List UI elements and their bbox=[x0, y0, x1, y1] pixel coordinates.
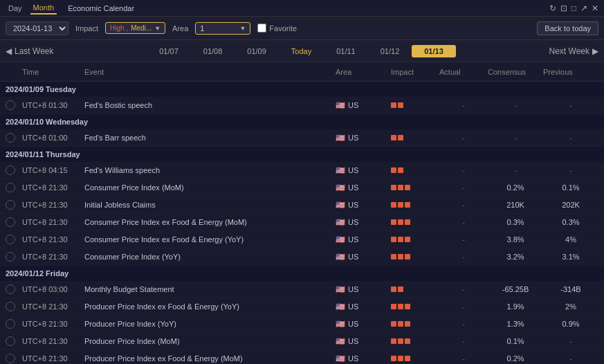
table-row[interactable]: UTC+8 04:15Fed's Williams speech🇺🇸US--- bbox=[0, 162, 604, 179]
event-area: 🇺🇸US bbox=[336, 302, 391, 311]
nav-date-6[interactable]: 01/13 bbox=[412, 45, 456, 57]
event-consensus: - bbox=[488, 166, 543, 174]
event-actual: - bbox=[439, 235, 488, 244]
event-previous: 0.9% bbox=[543, 320, 598, 328]
event-actual: - bbox=[439, 183, 488, 192]
table-row[interactable]: UTC+8 21:30Producer Price Index (MoM)🇺🇸U… bbox=[0, 333, 604, 350]
event-time: UTC+8 01:30 bbox=[22, 101, 84, 109]
row-expand-icon[interactable] bbox=[6, 200, 15, 210]
event-consensus: - bbox=[488, 101, 543, 109]
row-expand-icon[interactable] bbox=[6, 235, 15, 244]
event-time: UTC+8 03:00 bbox=[22, 285, 84, 293]
day-header: 2024/01/11 Thursday bbox=[0, 147, 604, 162]
nav-date-3[interactable]: Today bbox=[279, 45, 324, 57]
table-row[interactable]: UTC+8 03:00Monthly Budget Statement🇺🇸US-… bbox=[0, 281, 604, 298]
event-time: UTC+8 04:15 bbox=[22, 166, 84, 174]
col-area: Area bbox=[336, 68, 391, 76]
nav-date-1[interactable]: 01/08 bbox=[191, 45, 235, 57]
favorite-checkbox[interactable]: Favorite bbox=[257, 24, 297, 33]
flag-icon: 🇺🇸 bbox=[336, 320, 345, 329]
row-expand-icon[interactable] bbox=[6, 217, 15, 227]
row-expand-icon[interactable] bbox=[6, 319, 15, 329]
event-previous: 4% bbox=[543, 235, 598, 244]
event-time: UTC+8 21:30 bbox=[22, 183, 84, 192]
refresh-icon[interactable]: ↻ bbox=[549, 3, 556, 13]
row-expand-icon[interactable] bbox=[6, 165, 15, 175]
event-area: 🇺🇸US bbox=[336, 253, 391, 262]
impact-label: Impact bbox=[75, 24, 98, 33]
country-code: US bbox=[348, 134, 358, 142]
prev-arrow-icon: ◀ bbox=[6, 46, 12, 56]
event-actual: - bbox=[439, 201, 488, 209]
table-row[interactable]: UTC+8 21:30Consumer Price Index ex Food … bbox=[0, 231, 604, 248]
tab-month[interactable]: Month bbox=[30, 2, 57, 15]
row-expand-icon[interactable] bbox=[6, 354, 15, 363]
event-area: 🇺🇸US bbox=[336, 183, 391, 192]
event-actual: - bbox=[439, 134, 488, 142]
table-body: 2024/01/09 TuesdayUTC+8 01:30Fed's Bosti… bbox=[0, 82, 604, 364]
window-icon[interactable]: □ bbox=[571, 3, 576, 13]
event-consensus: 210K bbox=[488, 201, 543, 209]
prev-week-nav[interactable]: ◀ Last Week bbox=[6, 46, 53, 56]
table-row[interactable]: UTC+8 21:30Consumer Price Index (YoY)🇺🇸U… bbox=[0, 248, 604, 266]
expand-icon[interactable]: ↗ bbox=[580, 3, 587, 13]
table-row[interactable]: UTC+8 21:30Producer Price Index (YoY)🇺🇸U… bbox=[0, 316, 604, 333]
date-nav-list: 01/0701/0801/09Today01/1101/1201/13 bbox=[147, 45, 456, 57]
layout-icon[interactable]: ⊡ bbox=[560, 3, 567, 13]
table-row[interactable]: UTC+8 21:30Producer Price Index ex Food … bbox=[0, 298, 604, 316]
row-expand-icon[interactable] bbox=[6, 302, 15, 311]
impact-bars bbox=[391, 237, 439, 242]
row-expand-icon[interactable] bbox=[6, 336, 15, 346]
nav-date-4[interactable]: 01/11 bbox=[324, 45, 368, 57]
high-impact-label: High , bbox=[110, 24, 128, 32]
prev-week-label[interactable]: Last Week bbox=[15, 46, 53, 56]
table-row[interactable]: UTC+8 21:30Initial Jobless Claims🇺🇸US-21… bbox=[0, 197, 604, 214]
row-expand-icon[interactable] bbox=[6, 284, 15, 294]
event-previous: 202K bbox=[543, 201, 598, 209]
event-consensus: 0.1% bbox=[488, 337, 543, 345]
row-expand-icon[interactable] bbox=[6, 133, 15, 143]
day-header: 2024/01/12 Friday bbox=[0, 266, 604, 281]
event-time: UTC+8 21:30 bbox=[22, 337, 84, 345]
back-to-today-button[interactable]: Back to today bbox=[537, 21, 598, 35]
next-week-nav[interactable]: Next Week ▶ bbox=[549, 46, 598, 56]
event-actual: - bbox=[439, 354, 488, 363]
table-row[interactable]: UTC+8 01:00Fed's Barr speech🇺🇸US--- bbox=[0, 129, 604, 147]
event-consensus: 0.2% bbox=[488, 183, 543, 192]
col-actual: Actual bbox=[439, 68, 488, 76]
event-area: 🇺🇸US bbox=[336, 166, 391, 175]
country-code: US bbox=[348, 253, 358, 261]
nav-date-5[interactable]: 01/12 bbox=[368, 45, 412, 57]
table-row[interactable]: UTC+8 01:30Fed's Bostic speech🇺🇸US--- bbox=[0, 97, 604, 114]
area-selector[interactable]: 1 ▼ bbox=[195, 22, 250, 35]
event-previous: -314B bbox=[543, 285, 598, 293]
nav-date-0[interactable]: 01/07 bbox=[147, 45, 191, 57]
event-previous: 2% bbox=[543, 302, 598, 311]
table-row[interactable]: UTC+8 21:30Consumer Price Index ex Food … bbox=[0, 214, 604, 231]
impact-bars bbox=[391, 254, 439, 260]
country-code: US bbox=[348, 337, 358, 345]
tab-day[interactable]: Day bbox=[6, 3, 25, 14]
event-actual: - bbox=[439, 166, 488, 174]
event-name: Producer Price Index (YoY) bbox=[84, 320, 336, 328]
row-expand-icon[interactable] bbox=[6, 252, 15, 262]
impact-selector[interactable]: High , Medi... ▼ bbox=[105, 22, 165, 34]
next-week-label[interactable]: Next Week bbox=[549, 46, 589, 56]
favorite-input[interactable] bbox=[257, 24, 266, 33]
row-expand-icon[interactable] bbox=[6, 183, 15, 192]
country-code: US bbox=[348, 302, 358, 311]
event-actual: - bbox=[439, 320, 488, 328]
date-selector[interactable]: 2024-01-13 bbox=[6, 21, 68, 35]
close-icon[interactable]: ✕ bbox=[592, 3, 598, 13]
impact-bars bbox=[391, 185, 439, 190]
event-area: 🇺🇸US bbox=[336, 134, 391, 143]
event-time: UTC+8 21:30 bbox=[22, 201, 84, 209]
table-row[interactable]: UTC+8 21:30Consumer Price Index (MoM)🇺🇸U… bbox=[0, 179, 604, 197]
impact-bars bbox=[391, 356, 439, 361]
nav-date-2[interactable]: 01/09 bbox=[235, 45, 279, 57]
row-expand-icon[interactable] bbox=[6, 100, 15, 110]
window-controls: ↻ ⊡ □ ↗ ✕ bbox=[549, 3, 598, 13]
table-row[interactable]: UTC+8 21:30Producer Price Index ex Food … bbox=[0, 350, 604, 364]
event-time: UTC+8 21:30 bbox=[22, 218, 84, 226]
flag-icon: 🇺🇸 bbox=[336, 302, 345, 311]
